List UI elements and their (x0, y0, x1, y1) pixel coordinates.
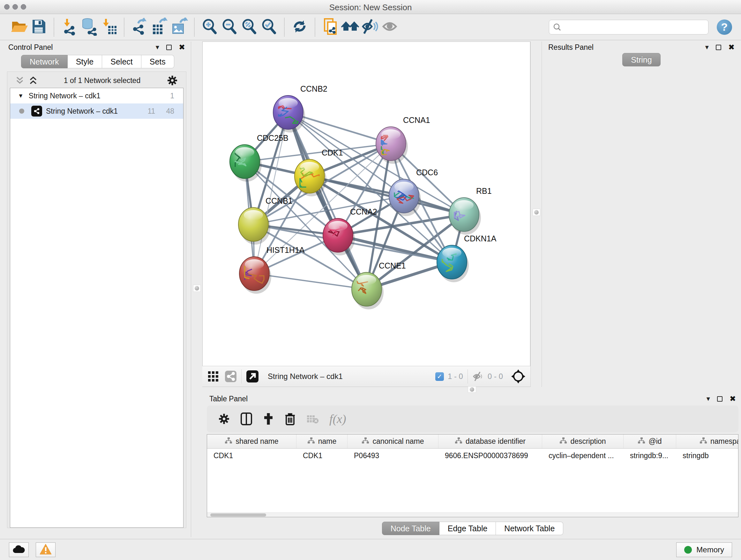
zoom-in-button[interactable] (200, 17, 219, 37)
crosslink-link[interactable]: 9606.ENSP00000378699 (637, 314, 734, 324)
string-protein-query-button[interactable] (320, 17, 340, 37)
collapse-all-networks-icon[interactable] (16, 76, 24, 85)
right-splitter-handle[interactable] (533, 209, 540, 216)
column-header-namespace[interactable]: namespace (676, 435, 738, 448)
node-table[interactable]: shared namenamecanonical namedatabase id… (207, 434, 738, 517)
network-canvas[interactable]: CCNB2CCNA1CDC25BCDK1CDC6RB1CCNB1CCNA2CDK… (202, 42, 530, 366)
cloud-status-button[interactable] (9, 543, 29, 557)
protein-accordion-header[interactable]: ▼ CDK1 (548, 99, 734, 114)
panel-float-icon[interactable] (166, 45, 172, 50)
expand-all-button[interactable]: Expand All (572, 79, 633, 93)
zoom-fit-button[interactable] (239, 17, 259, 37)
column-header-shared-name[interactable]: shared name (207, 435, 296, 448)
crosslink-link[interactable]: P06493 (637, 300, 734, 309)
help-button[interactable]: ? (717, 19, 732, 35)
table-cell[interactable]: cyclin–dependent ... (542, 449, 623, 462)
shared-column-icon (699, 437, 707, 446)
tab-edge-table[interactable]: Edge Table (440, 522, 496, 535)
zoom-selected-button[interactable] (259, 17, 279, 37)
crosslink-link[interactable]: P06493 (637, 285, 734, 294)
horizontal-splitter-handle[interactable] (468, 386, 476, 393)
table-settings-gear-icon[interactable] (218, 413, 230, 425)
table-row[interactable]: CDK1CDK1P064939606.ENSP00000378699cyclin… (207, 449, 738, 462)
collection-expand-icon[interactable]: ▼ (18, 92, 23, 99)
panel-close-icon[interactable]: ✖ (179, 44, 185, 51)
apply-layout-button[interactable] (290, 17, 310, 37)
panel-close-icon[interactable]: ✖ (728, 44, 735, 51)
table-hscrollbar-thumb[interactable] (210, 513, 266, 516)
hide-glass-pane-button[interactable] (360, 17, 380, 37)
table-header-row[interactable]: shared namenamecanonical namedatabase id… (207, 435, 738, 449)
memory-label: Memory (696, 545, 724, 554)
tab-node-table[interactable]: Node Table (382, 522, 440, 535)
save-floppy-icon (30, 18, 47, 37)
export-network-button[interactable] (130, 17, 149, 37)
show-glass-pane-button[interactable] (380, 17, 400, 37)
tab-network[interactable]: Network (21, 55, 68, 68)
warning-status-button[interactable] (36, 543, 56, 557)
birdseye-view-icon[interactable] (207, 371, 219, 382)
panel-menu-icon[interactable]: ▾ (156, 44, 159, 51)
network-collection-row[interactable]: ▼ String Network – cdk1 1 (10, 88, 183, 104)
tab-sets[interactable]: Sets (141, 55, 174, 68)
panel-menu-icon[interactable]: ▾ (706, 395, 710, 402)
column-header-database-identifier[interactable]: database identifier (439, 435, 542, 448)
crosslink-link[interactable]: P06493 (637, 344, 734, 353)
table-cell[interactable]: P06493 (347, 449, 439, 462)
left-splitter-handle[interactable] (193, 285, 201, 292)
table-cell[interactable]: CDK1 (207, 449, 296, 462)
column-header-canonical-name[interactable]: canonical name (347, 435, 439, 448)
open-folder-icon (10, 17, 28, 37)
memory-button[interactable]: Memory (676, 543, 732, 557)
string-home-button[interactable] (340, 17, 360, 37)
show-columns-icon[interactable] (241, 413, 252, 425)
tab-style[interactable]: Style (68, 55, 103, 68)
table-cell[interactable]: CDK1 (296, 449, 347, 462)
tab-string[interactable]: String (622, 53, 660, 66)
table-body[interactable]: CDK1CDK1P064939606.ENSP00000378699cyclin… (207, 449, 738, 462)
table-cell[interactable]: 9606.ENSP00000378699 (439, 449, 542, 462)
collapse-all-button[interactable]: Collapse All (643, 79, 711, 93)
import-table-icon (100, 17, 118, 37)
crosslink-link[interactable]: 9606.ENSP00000378699 (637, 329, 734, 338)
column-header-@id[interactable]: @id (623, 435, 676, 448)
table-hscrollbar[interactable] (207, 512, 738, 517)
tab-network-table[interactable]: Network Table (496, 522, 563, 535)
search-input[interactable] (564, 22, 704, 32)
network-share-icon[interactable] (225, 370, 237, 382)
panel-close-icon[interactable]: ✖ (730, 395, 736, 402)
left-splitter[interactable] (191, 42, 202, 537)
search-icon (553, 23, 561, 31)
string-network-graph[interactable]: CCNB2CCNA1CDC25BCDK1CDC6RB1CCNB1CCNA2CDK… (203, 42, 530, 366)
accordion-collapse-icon[interactable]: ▼ (570, 103, 576, 110)
export-image-button[interactable] (169, 17, 189, 37)
panel-menu-icon[interactable]: ▾ (705, 44, 709, 51)
column-header-description[interactable]: description (542, 435, 623, 448)
import-network-database-button[interactable] (79, 17, 99, 37)
expand-all-networks-icon[interactable] (29, 76, 37, 85)
export-table-button[interactable] (149, 17, 169, 37)
fit-selected-crosshair-icon[interactable] (511, 369, 525, 383)
selected-checkbox[interactable]: ✓ (435, 372, 444, 381)
global-search-box[interactable] (549, 20, 709, 35)
table-cell[interactable]: stringdb (676, 449, 738, 462)
panel-float-icon[interactable] (716, 45, 721, 50)
horizontal-splitter[interactable] (202, 387, 741, 393)
import-network-file-button[interactable] (59, 17, 79, 37)
column-header-name[interactable]: name (296, 435, 347, 448)
zoom-out-button[interactable] (219, 17, 239, 37)
panel-float-icon[interactable] (717, 396, 723, 401)
create-column-plus-icon[interactable] (263, 413, 274, 425)
zoom-fit-icon (240, 17, 258, 37)
right-splitter[interactable] (530, 42, 542, 387)
import-table-file-button[interactable] (99, 17, 119, 37)
tab-select[interactable]: Select (102, 55, 141, 68)
hidden-eye-slash-icon[interactable] (472, 371, 484, 382)
table-cell[interactable]: stringdb:9... (623, 449, 676, 462)
network-options-gear-icon[interactable] (167, 75, 178, 86)
network-list-row[interactable]: String Network – cdk1 11 48 (10, 104, 183, 119)
open-session-button[interactable] (9, 17, 29, 37)
delete-column-trash-icon[interactable] (285, 413, 295, 425)
save-session-button[interactable] (29, 17, 49, 37)
open-in-window-icon[interactable] (246, 370, 259, 383)
